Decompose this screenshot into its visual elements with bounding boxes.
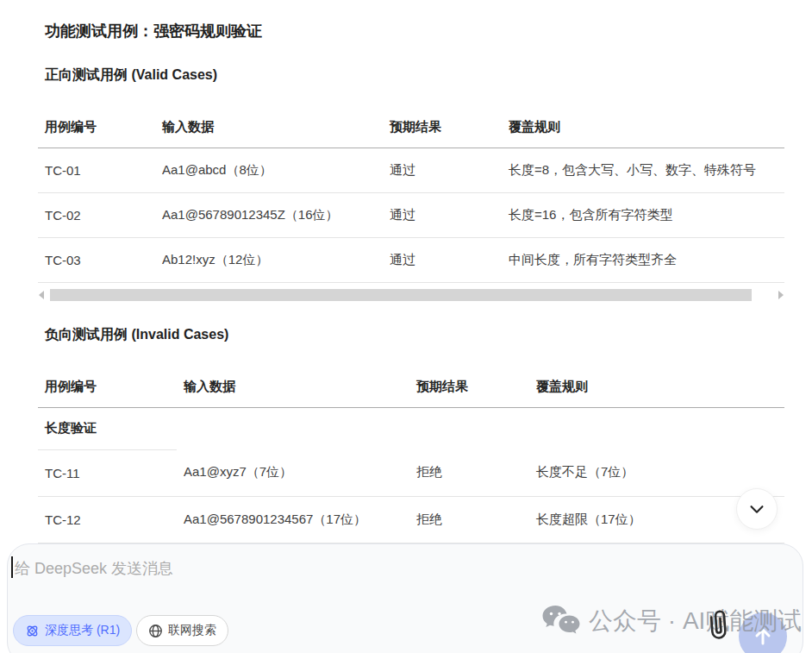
- invalid-cases-table-container: 用例编号 输入数据 预期结果 覆盖规则 长度验证 TC-11 Aa1@xyz7（…: [38, 367, 784, 547]
- valid-cases-table-container: 用例编号 输入数据 预期结果 覆盖规则 TC-01 Aa1@abcd（8位） 通…: [38, 108, 784, 286]
- coverage-rule-cell: 中间长度，所有字符类型齐全: [502, 237, 784, 282]
- horizontal-scrollbar[interactable]: [38, 288, 784, 302]
- input-data-cell: Aa1@xyz7（7位）: [177, 449, 409, 496]
- invalid-cases-heading: 负向测试用例 (Invalid Cases): [45, 326, 228, 344]
- column-header-rule: 覆盖规则: [529, 367, 784, 407]
- expected-result-cell: 通过: [383, 237, 502, 282]
- paperclip-icon: [703, 608, 733, 646]
- expected-result-cell: 通过: [383, 148, 502, 192]
- table-row: TC-12 Aa1@5678901234567（17位） 拒绝 长度超限（17位…: [38, 496, 784, 543]
- subgroup-label: 长度验证: [38, 407, 177, 449]
- table-row: TC-02 Aa1@56789012345Z（16位） 通过 长度=16，包含所…: [38, 192, 784, 237]
- column-header-case-id: 用例编号: [38, 367, 177, 407]
- column-header-rule: 覆盖规则: [502, 108, 784, 148]
- input-data-cell: Aa1@abcd（8位）: [155, 148, 383, 192]
- send-button[interactable]: [739, 612, 787, 653]
- input-data-cell: Aa1@5678901234567（17位）: [177, 496, 409, 543]
- message-input[interactable]: 给 DeepSeek 发送消息: [15, 558, 173, 579]
- case-id-cell: TC-11: [38, 449, 177, 496]
- expected-result-cell: 拒绝: [409, 496, 529, 543]
- column-header-input: 输入数据: [155, 108, 383, 148]
- scroll-to-bottom-button[interactable]: [736, 488, 778, 530]
- column-header-input: 输入数据: [177, 367, 409, 407]
- atom-icon: [25, 624, 40, 638]
- coverage-rule-cell: 长度=16，包含所有字符类型: [502, 192, 784, 237]
- chevron-down-icon: [747, 499, 766, 518]
- table-header-row: 用例编号 输入数据 预期结果 覆盖规则: [38, 367, 784, 407]
- table-header-row: 用例编号 输入数据 预期结果 覆盖规则: [38, 108, 784, 148]
- message-composer: 给 DeepSeek 发送消息 深度思考 (R1) 联网搜索: [7, 543, 803, 653]
- valid-cases-heading: 正向测试用例 (Valid Cases): [45, 66, 217, 85]
- deep-think-label: 深度思考 (R1): [45, 623, 120, 638]
- invalid-cases-table: 用例编号 输入数据 预期结果 覆盖规则 长度验证 TC-11 Aa1@xyz7（…: [38, 367, 784, 543]
- case-id-cell: TC-01: [38, 148, 155, 192]
- scroll-right-arrow-icon[interactable]: [778, 291, 784, 299]
- coverage-rule-cell: 长度=8，包含大写、小写、数字、特殊符号: [502, 148, 784, 192]
- column-header-expected: 预期结果: [383, 108, 502, 148]
- coverage-rule-cell: 长度不足（7位）: [529, 449, 784, 496]
- valid-cases-table: 用例编号 输入数据 预期结果 覆盖规则 TC-01 Aa1@abcd（8位） 通…: [38, 108, 784, 283]
- case-id-cell: TC-03: [38, 237, 155, 282]
- input-data-cell: Aa1@56789012345Z（16位）: [155, 192, 383, 237]
- attach-file-button[interactable]: [703, 608, 733, 650]
- expected-result-cell: 通过: [383, 192, 502, 237]
- column-header-expected: 预期结果: [409, 367, 529, 407]
- horizontal-scrollbar-thumb[interactable]: [50, 289, 752, 301]
- table-row: TC-11 Aa1@xyz7（7位） 拒绝 长度不足（7位）: [38, 449, 784, 496]
- web-search-button[interactable]: 联网搜索: [136, 615, 228, 646]
- input-data-cell: Ab12!xyz（12位）: [155, 237, 383, 282]
- table-row: TC-01 Aa1@abcd（8位） 通过 长度=8，包含大写、小写、数字、特殊…: [38, 148, 784, 192]
- text-cursor: [11, 556, 13, 578]
- scroll-left-arrow-icon[interactable]: [39, 291, 44, 299]
- page-title: 功能测试用例：强密码规则验证: [45, 21, 262, 41]
- column-header-case-id: 用例编号: [38, 108, 155, 148]
- case-id-cell: TC-12: [38, 496, 177, 543]
- table-row: TC-03 Ab12!xyz（12位） 通过 中间长度，所有字符类型齐全: [38, 237, 784, 282]
- subgroup-row-length-validation: 长度验证: [38, 407, 784, 449]
- case-id-cell: TC-02: [38, 192, 155, 237]
- arrow-up-icon: [753, 626, 773, 647]
- web-search-label: 联网搜索: [168, 623, 216, 638]
- globe-icon: [148, 624, 163, 638]
- deep-think-button[interactable]: 深度思考 (R1): [13, 615, 132, 646]
- expected-result-cell: 拒绝: [409, 449, 529, 496]
